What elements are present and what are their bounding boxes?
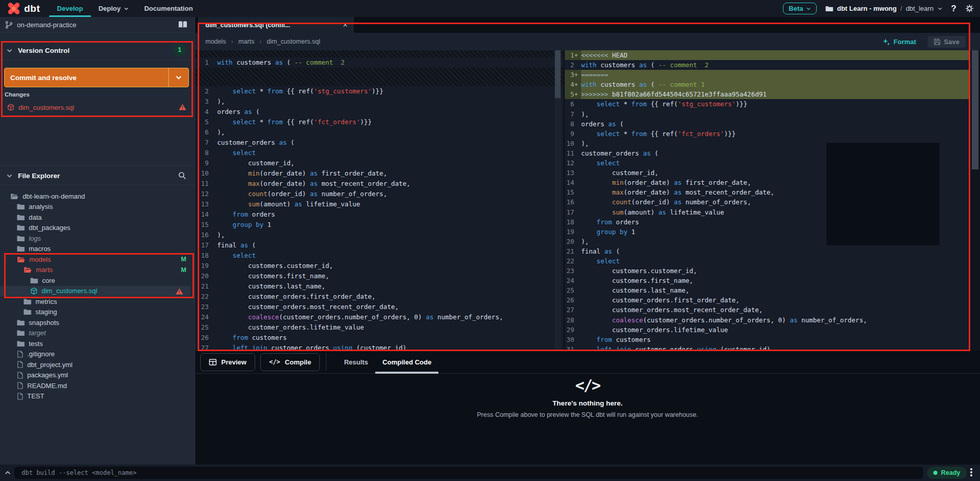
line-content: left join customer_orders using (custome…	[217, 343, 564, 351]
line-content: from customers	[217, 333, 564, 343]
modified-badge: M	[181, 266, 186, 274]
folder-icon	[30, 277, 38, 284]
tree-item-tests[interactable]: tests	[0, 338, 195, 349]
commit-dropdown-button[interactable]	[168, 68, 188, 87]
code-line: 4+with customers as ( -- comment 1	[565, 80, 970, 89]
scrollbar-thumb[interactable]	[972, 50, 978, 169]
nav-develop[interactable]: Develop	[49, 0, 91, 17]
branch-name[interactable]: on-demand-practice	[17, 21, 76, 29]
tree-item-dbt-packages[interactable]: dbt_packages	[0, 223, 195, 234]
divider	[0, 165, 195, 166]
line-content: >>>>>>> b81f802a66fd544504c65721e3ffaaa9…	[581, 89, 970, 99]
account-separator: /	[900, 5, 902, 12]
tree-item-target[interactable]: target	[0, 328, 195, 339]
chevron-up-icon[interactable]	[4, 469, 11, 476]
folder-icon	[17, 340, 25, 347]
code-line: 29 customer_orders.lifetime_value	[565, 325, 970, 335]
tree-item-label: .gitignore	[27, 350, 54, 358]
tree-item-macros[interactable]: macros	[0, 244, 195, 255]
tree-item-marts[interactable]: martsM	[0, 265, 195, 276]
dbt-logo[interactable]: dbt	[0, 0, 49, 17]
tree-item-models[interactable]: modelsM	[0, 254, 195, 265]
line-content: min(order_date) as first_order_date,	[217, 168, 564, 179]
code-line: 8 select	[195, 148, 564, 158]
tree-item-analysis[interactable]: analysis	[0, 202, 195, 213]
breadcrumb-models[interactable]: models	[205, 38, 226, 45]
tree-item-test[interactable]: TEST	[0, 391, 195, 402]
commit-button-label[interactable]: Commit and resolve	[5, 68, 168, 87]
tree-item-snapshots[interactable]: snapshots	[0, 317, 195, 328]
changed-file-row[interactable]: dim_customers.sql	[0, 102, 195, 113]
line-content: customer_orders.lifetime_value	[217, 322, 564, 333]
folder-icon	[17, 245, 25, 252]
tree-item-dbt-project-yml[interactable]: dbt_project.yml	[0, 359, 195, 370]
code-line: 27 customer_orders.most_recent_order_dat…	[565, 305, 970, 315]
commit-and-resolve-button[interactable]: Commit and resolve	[4, 68, 189, 87]
gear-icon[interactable]	[965, 4, 974, 13]
docs-book-icon[interactable]	[178, 21, 187, 29]
tree-item-core[interactable]: core	[0, 275, 195, 286]
line-number: 11	[565, 148, 581, 158]
search-icon[interactable]	[178, 171, 186, 180]
tree-item-staging[interactable]: staging	[0, 307, 195, 318]
tree-item-dim-customers-sql[interactable]: dim_customers.sql	[0, 286, 190, 297]
line-number: 23	[195, 302, 217, 312]
line-number: 10	[195, 168, 217, 179]
left-pane-scrollbar[interactable]	[554, 50, 561, 351]
help-button[interactable]: ?	[951, 4, 956, 14]
tab-close-icon[interactable]: ✕	[342, 21, 348, 29]
command-input[interactable]: dbt build --select <model_name>	[14, 467, 923, 479]
compile-button[interactable]: </> Compile	[260, 353, 320, 371]
model-icon	[30, 287, 37, 295]
line-number: 1+	[565, 50, 581, 60]
empty-state-title: There's nothing here.	[195, 399, 980, 407]
line-number: 28	[565, 315, 581, 325]
tree-item-data[interactable]: data	[0, 212, 195, 223]
tree-item-dbt-learn-on-demand[interactable]: dbt-learn-on-demand	[0, 191, 195, 202]
breadcrumb-marts[interactable]: marts	[238, 38, 254, 45]
tree-item-logs[interactable]: logs	[0, 233, 195, 244]
editor-breadcrumb-bar: models › marts › dim_customers.sql Forma…	[195, 33, 980, 50]
editor-pane-current[interactable]: 1 with customers as ( -- comment 2 2 sel…	[195, 50, 564, 351]
format-button[interactable]: Format	[882, 38, 916, 46]
editor-scrollbar[interactable]	[970, 50, 980, 351]
line-content: customer_id,	[217, 158, 564, 168]
line-number: 5+	[565, 89, 581, 99]
line-number: 13	[195, 199, 217, 209]
code-line: 8 orders as (	[565, 119, 970, 129]
code-line: 7 ),	[565, 109, 970, 119]
code-line: 5+>>>>>>> b81f802a66fd544504c65721e3ffaa…	[565, 89, 970, 99]
tab-results[interactable]: Results	[337, 351, 375, 374]
line-content: from customers	[581, 335, 970, 344]
tab-compiled-code[interactable]: Compiled Code	[375, 351, 438, 374]
save-button[interactable]: Save	[928, 36, 966, 48]
code-line: 2 select * from {{ ref('stg_customers')}…	[195, 86, 564, 97]
line-content: sum(amount) as lifetime_value	[217, 199, 564, 209]
scrollbar-thumb[interactable]	[555, 50, 561, 98]
code-line: 25 customer_orders.lifetime_value	[195, 322, 564, 333]
tree-item--gitignore[interactable]: .gitignore	[0, 349, 195, 360]
tree-item-packages-yml[interactable]: packages.yml	[0, 370, 195, 381]
account-selector[interactable]: dbt Learn - mwong / dbt_learn	[825, 5, 942, 12]
line-content: ),	[581, 109, 970, 119]
nav-documentation[interactable]: Documentation	[137, 0, 201, 17]
tab-dim-customers[interactable]: dim_customers.sql (confli... ✕	[198, 17, 354, 33]
version-control-header[interactable]: Version Control 1	[0, 43, 195, 57]
line-number: 26	[565, 295, 581, 305]
tree-item-metrics[interactable]: metrics	[0, 296, 195, 307]
beta-badge[interactable]: Beta	[783, 3, 817, 14]
line-content: customer_orders.lifetime_value	[581, 325, 970, 335]
nav-deploy[interactable]: Deploy	[91, 0, 137, 17]
folder-icon	[17, 235, 25, 242]
kebab-menu-icon[interactable]	[968, 468, 974, 477]
breadcrumb-file[interactable]: dim_customers.sql	[267, 38, 320, 45]
breadcrumb-separator: ›	[231, 38, 233, 45]
tree-item-label: marts	[36, 266, 53, 274]
tree-item-readme-md[interactable]: README.md	[0, 380, 195, 391]
code-line: 26 from customers	[195, 333, 564, 343]
file-explorer-header[interactable]: File Explorer	[0, 167, 195, 184]
line-number: 4	[195, 107, 217, 117]
preview-button[interactable]: Preview	[200, 353, 255, 371]
tree-item-label: data	[29, 214, 42, 221]
folder-icon	[24, 298, 31, 305]
